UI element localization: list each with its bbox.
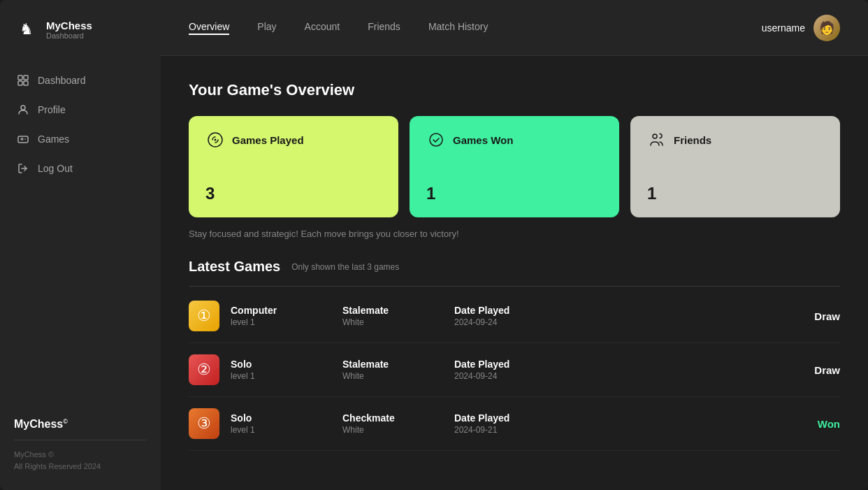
game-col-mode-1: Stalemate White xyxy=(342,305,454,327)
content-area: Your Game's Overview xyxy=(161,56,868,490)
topnav-play[interactable]: Play xyxy=(257,21,276,35)
topnav-overview[interactable]: Overview xyxy=(189,21,229,35)
game-color-3: White xyxy=(342,425,454,435)
game-level-2: level 1 xyxy=(231,371,342,381)
topnav-user: username 🧑 xyxy=(762,15,840,41)
top-nav: Overview Play Account Friends Match Hist… xyxy=(161,0,868,56)
sidebar-footer: MyChess© MyChess ©All Rights Reserved 20… xyxy=(0,401,161,490)
game-col-date-3: Date Played 2024-09-21 xyxy=(454,412,798,435)
game-col-mode-3: Checkmate White xyxy=(342,412,454,435)
stat-card-value-games-won: 1 xyxy=(426,156,602,203)
logo-text: MyChess Dashboard xyxy=(46,20,92,40)
stat-card-games-won: Games Won 1 xyxy=(410,116,619,217)
friends-icon xyxy=(647,130,667,150)
game-result-3: Won xyxy=(798,418,840,430)
svg-rect-2 xyxy=(18,81,22,85)
latest-games-title: Latest Games xyxy=(189,259,280,275)
svg-rect-0 xyxy=(18,75,22,80)
game-result-1: Draw xyxy=(798,310,840,322)
game-level-1: level 1 xyxy=(231,317,342,327)
game-col-date-2: Date Played 2024-09-24 xyxy=(454,359,798,381)
stat-card-header-games-won: Games Won xyxy=(426,130,602,150)
svg-point-6 xyxy=(24,138,26,140)
sidebar: ♞ MyChess Dashboard Dashboard xyxy=(0,0,161,490)
chess-logo-icon: ♞ xyxy=(14,17,39,42)
topnav-friends[interactable]: Friends xyxy=(368,21,400,35)
sidebar-item-dashboard[interactable]: Dashboard xyxy=(0,66,161,95)
game-col-mode-2: Stalemate White xyxy=(342,359,454,381)
stats-cards: Games Played 3 Games Won xyxy=(189,116,840,217)
game-title-2: Solo xyxy=(231,359,342,370)
games-divider xyxy=(189,286,840,287)
app-sub: Dashboard xyxy=(46,31,92,40)
games-won-icon xyxy=(426,130,446,150)
stat-card-label-games-played: Games Played xyxy=(232,134,304,146)
game-result-2: Draw xyxy=(798,364,840,376)
game-row: ① Computer level 1 Stalemate White Date … xyxy=(189,289,840,343)
app-container: ♞ MyChess Dashboard Dashboard xyxy=(0,0,868,490)
game-mode-2: Stalemate xyxy=(342,359,454,370)
game-date-2: 2024-09-24 xyxy=(454,371,798,381)
stat-card-label-friends: Friends xyxy=(674,134,711,146)
topnav-match-history[interactable]: Match History xyxy=(428,21,489,35)
games-played-icon xyxy=(205,130,225,150)
games-icon xyxy=(17,133,29,145)
game-date-3: 2024-09-21 xyxy=(454,425,798,435)
profile-icon xyxy=(17,103,29,116)
sidebar-nav: Dashboard Profile xyxy=(0,59,161,401)
game-col-type-2: Solo level 1 xyxy=(231,359,342,381)
game-date-label-1: Date Played xyxy=(454,305,798,316)
sidebar-logo: ♞ MyChess Dashboard xyxy=(0,0,161,59)
overview-title: Your Game's Overview xyxy=(189,81,840,99)
sidebar-copyright: MyChess ©All Rights Reserved 2024 xyxy=(14,449,147,473)
svg-point-9 xyxy=(653,134,657,138)
sidebar-item-logout[interactable]: Log Out xyxy=(0,154,161,183)
motivational-text: Stay focused and strategic! Each move br… xyxy=(189,229,840,239)
sidebar-item-profile[interactable]: Profile xyxy=(0,95,161,124)
svg-rect-3 xyxy=(24,81,28,85)
svg-rect-1 xyxy=(24,75,28,80)
stat-card-friends: Friends 1 xyxy=(630,116,840,217)
game-mode-3: Checkmate xyxy=(342,412,454,424)
logout-icon xyxy=(17,162,29,175)
stat-card-games-played: Games Played 3 xyxy=(189,116,398,217)
topnav-account[interactable]: Account xyxy=(305,21,340,35)
stat-card-header-games-played: Games Played xyxy=(205,130,382,150)
stat-card-value-games-played: 3 xyxy=(205,156,382,203)
main-area: Overview Play Account Friends Match Hist… xyxy=(161,0,868,490)
svg-point-8 xyxy=(430,134,442,146)
game-date-label-3: Date Played xyxy=(454,412,798,424)
game-title-1: Computer xyxy=(231,305,342,316)
game-icon-solo2: ② xyxy=(189,354,219,385)
app-name: MyChess xyxy=(46,20,92,31)
avatar[interactable]: 🧑 xyxy=(813,15,840,41)
stat-card-header-friends: Friends xyxy=(647,130,823,150)
svg-point-7 xyxy=(215,139,217,141)
game-level-3: level 1 xyxy=(231,425,342,435)
game-icon-solo3: ③ xyxy=(189,408,219,439)
sidebar-item-games[interactable]: Games xyxy=(0,124,161,154)
game-color-1: White xyxy=(342,317,454,327)
game-date-1: 2024-09-24 xyxy=(454,317,798,327)
game-title-3: Solo xyxy=(231,412,342,424)
game-col-type-3: Solo level 1 xyxy=(231,412,342,435)
dashboard-icon xyxy=(17,74,29,87)
game-mode-1: Stalemate xyxy=(342,305,454,316)
game-col-type-1: Computer level 1 xyxy=(231,305,342,327)
game-col-date-1: Date Played 2024-09-24 xyxy=(454,305,798,327)
sidebar-divider xyxy=(14,440,147,440)
latest-games-subtitle: Only shown the last 3 games xyxy=(291,262,399,272)
game-row: ② Solo level 1 Stalemate White Date Play… xyxy=(189,343,840,397)
stat-card-value-friends: 1 xyxy=(647,156,823,203)
svg-point-4 xyxy=(21,106,25,110)
topnav-username: username xyxy=(762,22,805,34)
sidebar-brand-label: MyChess© xyxy=(14,418,147,431)
game-row: ③ Solo level 1 Checkmate White Date Play… xyxy=(189,397,840,451)
game-color-2: White xyxy=(342,371,454,381)
stat-card-label-games-won: Games Won xyxy=(453,134,513,146)
latest-games-header: Latest Games Only shown the last 3 games xyxy=(189,259,840,275)
game-date-label-2: Date Played xyxy=(454,359,798,370)
game-icon-computer: ① xyxy=(189,301,219,331)
